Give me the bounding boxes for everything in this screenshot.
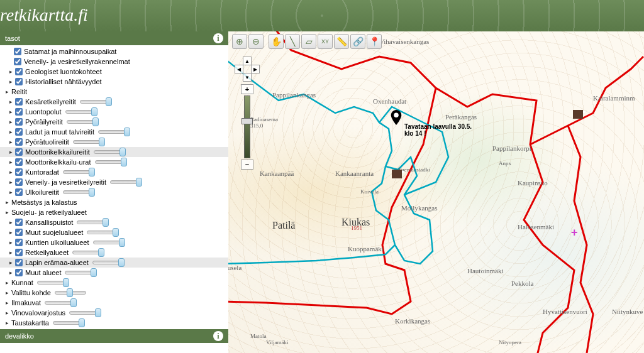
link-button[interactable]: 🔗 [350,34,365,49]
opacity-slider[interactable] [93,241,125,244]
layer-item[interactable]: ▸Lapin erämaa-alueet [0,258,228,268]
layer-item[interactable]: ▸Historialliset nähtävyydet [0,77,228,87]
expand-icon[interactable]: ▸ [4,320,10,326]
pan-north-button[interactable]: ▲ [243,57,252,65]
layer-item[interactable]: ▸Taustakartta [0,318,228,328]
map-area[interactable]: Vihavaisenkangas Pappilankangas Oxenhaud… [228,31,644,353]
pan-west-button[interactable]: ◀ [235,65,243,73]
layer-checkbox[interactable] [15,259,23,266]
layer-item[interactable]: ▸Moottorikelkkailureitit [0,147,228,157]
poi-marker[interactable] [573,110,583,119]
expand-icon[interactable]: ▸ [8,249,14,256]
layer-checkbox[interactable] [15,239,23,246]
zoom-out-button[interactable]: ⊖ [248,34,264,49]
opacity-slider[interactable] [45,301,76,305]
layer-checkbox[interactable] [15,249,23,256]
info-icon[interactable]: i [213,331,223,341]
opacity-slider[interactable] [80,100,111,104]
layer-item[interactable]: ▸Ulkoilureitit [0,187,228,197]
expand-icon[interactable]: ▸ [8,149,14,155]
coords-button[interactable]: XY [318,34,333,49]
info-icon[interactable]: i [213,33,223,43]
layer-item[interactable]: ▸Kesäretkeilyreitit [0,97,228,107]
slider-handle[interactable] [91,107,97,116]
slider-handle[interactable] [63,278,69,287]
bottom-panel-header[interactable]: devalikko i [0,329,228,343]
slider-handle[interactable] [79,318,85,327]
opacity-slider[interactable] [55,291,86,295]
expand-icon[interactable]: ▸ [8,99,14,105]
layer-item[interactable]: ▸Muut alueet [0,268,228,278]
opacity-slider[interactable] [72,251,104,254]
layer-item[interactable]: ▸Reitit [0,87,228,97]
layer-checkbox[interactable] [15,188,23,196]
slider-handle[interactable] [119,148,126,156]
layer-checkbox[interactable] [15,229,23,236]
slider-handle[interactable] [121,158,127,166]
slider-handle[interactable] [91,268,97,277]
layer-checkbox[interactable] [14,48,21,55]
slider-handle[interactable] [99,138,105,146]
opacity-slider[interactable] [98,130,130,134]
marker-pin[interactable] [391,110,402,125]
layer-checkbox[interactable] [14,58,21,65]
slider-handle[interactable] [119,238,125,247]
layer-checkbox[interactable] [15,148,23,156]
layer-item[interactable]: ▸Ilmakuvat [0,298,228,308]
opacity-slider[interactable] [110,180,142,184]
expand-icon[interactable]: ▸ [8,119,14,125]
expand-icon[interactable]: ▸ [4,310,10,316]
layer-checkbox[interactable] [15,168,23,176]
zoom-out-slider-button[interactable]: − [241,160,253,170]
zoom-slider-knob[interactable] [242,118,253,124]
slider-handle[interactable] [95,308,101,317]
opacity-slider[interactable] [87,231,118,234]
ruler-button[interactable]: 📏 [334,34,349,49]
opacity-slider[interactable] [73,140,104,144]
layer-item[interactable]: ▸Pyörätuolireitit [0,137,228,147]
layer-item[interactable]: ▸Kansallispuistot [0,217,228,227]
expand-icon[interactable]: ▸ [8,229,14,236]
layer-checkbox[interactable] [15,178,23,186]
slider-handle[interactable] [67,288,73,297]
zoom-in-slider-button[interactable]: + [241,84,253,94]
expand-icon[interactable]: ▸ [8,219,14,225]
expand-icon[interactable]: ▸ [4,300,10,306]
layer-checkbox[interactable] [15,269,23,276]
layer-item[interactable]: ▸Valittu kohde [0,288,228,298]
layer-item[interactable]: Satamat ja maihinnousupaikat [0,46,228,57]
slider-handle[interactable] [92,117,99,126]
expand-icon[interactable]: ▸ [4,199,10,205]
expand-icon[interactable]: ▸ [8,109,14,115]
opacity-slider[interactable] [95,160,126,164]
expand-icon[interactable]: ▸ [8,139,14,145]
pan-button[interactable]: ✋ [269,34,284,49]
expand-icon[interactable]: ▸ [8,79,14,85]
layer-checkbox[interactable] [15,68,23,75]
layer-item[interactable]: ▸Muut suojelualueet [0,227,228,237]
opacity-slider[interactable] [65,110,97,114]
layer-checkbox[interactable] [15,98,23,106]
layer-item[interactable]: ▸Pyöräilyreitit [0,117,228,127]
layers-panel-header[interactable]: tasot i [0,31,228,45]
slider-handle[interactable] [136,178,142,187]
expand-icon[interactable]: ▸ [8,259,14,266]
layer-checkbox[interactable] [15,138,23,146]
layer-checkbox[interactable] [15,128,23,136]
poi-marker[interactable] [392,170,402,178]
expand-icon[interactable]: ▸ [8,129,14,135]
slider-handle[interactable] [113,228,119,237]
layer-item[interactable]: ▸Vinovalovarjostus [0,308,228,318]
layer-item[interactable]: ▸Metsästys ja kalastus [0,197,228,207]
layer-item[interactable]: ▸Luontopolut [0,107,228,117]
opacity-slider[interactable] [77,220,108,224]
slider-handle[interactable] [106,97,112,106]
measure-area-button[interactable]: ▱ [301,34,316,49]
zoom-in-button[interactable]: ⊕ [232,34,247,49]
expand-icon[interactable]: ▸ [8,189,14,195]
layer-checkbox[interactable] [15,118,23,126]
expand-icon[interactable]: ▸ [8,179,14,185]
layer-item[interactable]: ▸Ladut ja muut talvireitit [0,127,228,137]
expand-icon[interactable]: ▸ [8,169,14,175]
opacity-slider[interactable] [53,321,84,325]
